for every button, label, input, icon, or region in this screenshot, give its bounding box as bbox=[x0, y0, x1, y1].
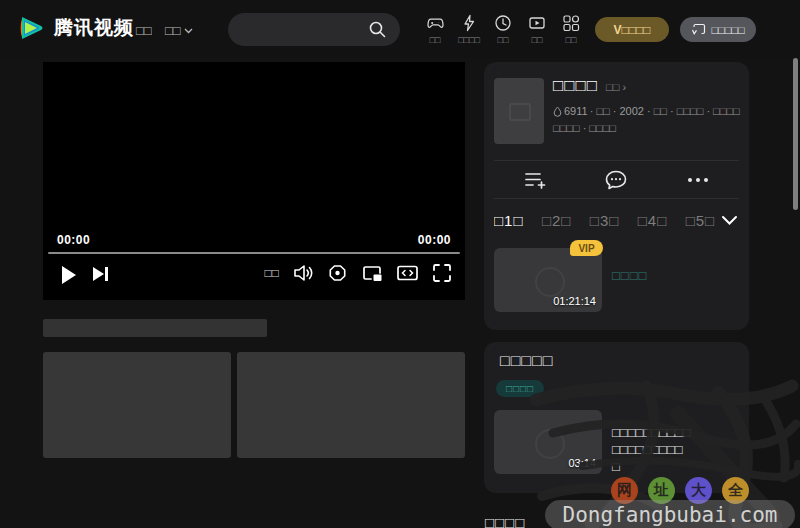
recommend-thumbnail[interactable]: 03:14 bbox=[494, 410, 602, 474]
video-title: □□□□ bbox=[553, 76, 598, 96]
top-header: 腾讯视频 □□ □□ bbox=[0, 0, 800, 58]
watermark-site-url: Dongfangbubai.com bbox=[545, 500, 795, 528]
vip-button-label: V□□□□ bbox=[614, 23, 651, 37]
video-poster[interactable] bbox=[494, 78, 544, 144]
switch-version-icon bbox=[691, 23, 706, 36]
history-clock-icon bbox=[485, 14, 521, 32]
search-input[interactable] bbox=[228, 13, 400, 46]
episode-tab-5[interactable]: □5□ bbox=[686, 212, 715, 229]
next-episode-button[interactable] bbox=[91, 264, 110, 284]
apps-grid-icon bbox=[553, 14, 589, 32]
quick-menu-activity-label: □□□□ bbox=[451, 35, 487, 45]
episode-tab-1[interactable]: □1□ bbox=[494, 212, 523, 229]
gamepad-icon bbox=[417, 14, 453, 32]
more-options-icon[interactable] bbox=[686, 177, 710, 183]
recommend-title-line1: □□□□□□□□□□ □□□□□□□□□ bbox=[612, 425, 691, 457]
vip-button[interactable]: V□□□□ bbox=[595, 17, 669, 42]
loading-skeleton-box-1 bbox=[43, 352, 231, 458]
episode-thumbnail[interactable]: VIP 01:21:14 bbox=[494, 248, 602, 312]
speed-menu-button[interactable]: □□ bbox=[265, 266, 280, 280]
recommend-duration: 03:14 bbox=[568, 457, 596, 469]
volume-icon[interactable] bbox=[292, 263, 314, 283]
add-to-list-icon[interactable] bbox=[523, 170, 547, 190]
current-time: 00:00 bbox=[57, 233, 90, 247]
episode-tab-4[interactable]: □4□ bbox=[638, 212, 667, 229]
play-button[interactable] bbox=[60, 264, 78, 286]
vip-badge: VIP bbox=[570, 240, 603, 256]
recommend-heading: □□□□□ bbox=[500, 352, 553, 370]
lightning-icon bbox=[451, 14, 487, 32]
brand-logo[interactable]: 腾讯视频 bbox=[16, 13, 134, 43]
picture-in-picture-icon[interactable] bbox=[361, 264, 383, 283]
episode-title[interactable]: □□□□ bbox=[612, 268, 647, 283]
nav-item-1[interactable]: □□ bbox=[136, 23, 152, 38]
next-section-heading: □□□□ bbox=[485, 514, 525, 528]
old-version-button[interactable]: □□□□□ bbox=[680, 17, 756, 42]
recommend-tag[interactable]: □□□□ bbox=[496, 380, 544, 397]
episode-tabs: □1□ □2□ □3□ □4□ □5□ □□ bbox=[494, 212, 722, 236]
recommend-title-line2: □ bbox=[612, 459, 620, 474]
divider bbox=[494, 198, 739, 199]
old-version-label: □□□□□ bbox=[711, 24, 744, 36]
search-icon[interactable] bbox=[368, 20, 387, 39]
loading-skeleton-box-2 bbox=[237, 352, 465, 458]
popularity-value: 6911 bbox=[564, 105, 588, 117]
detail-link[interactable]: □□ › bbox=[606, 81, 626, 93]
meta-text-2: □□□□ · □□□□ bbox=[553, 122, 616, 134]
quick-menu-activity[interactable]: □□□□ bbox=[451, 14, 487, 45]
quick-menu-client[interactable]: □□ bbox=[519, 14, 555, 45]
quick-menu-client-label: □□ bbox=[519, 35, 555, 45]
quick-menu-history[interactable]: □□ bbox=[485, 14, 521, 45]
chevron-down-icon bbox=[184, 28, 193, 34]
tencent-video-page: 腾讯视频 □□ □□ bbox=[0, 0, 800, 528]
fullscreen-icon[interactable] bbox=[432, 263, 452, 283]
client-player-icon bbox=[519, 14, 555, 32]
video-info-card: □□□□ □□ › 6911 · □□ · 2002 · □□ · □□□□ ·… bbox=[484, 62, 749, 330]
quick-menu-history-label: □□ bbox=[485, 35, 521, 45]
brand-title: 腾讯视频 bbox=[54, 15, 134, 41]
popularity-flame-icon bbox=[553, 106, 562, 117]
nav-item-2[interactable]: □□ bbox=[165, 23, 193, 38]
total-duration: 00:00 bbox=[418, 233, 451, 247]
web-fullscreen-icon[interactable] bbox=[396, 264, 419, 282]
nav-item-1-label: □□ bbox=[136, 23, 152, 38]
quick-menu-game[interactable]: □□ bbox=[417, 14, 453, 45]
nav-item-2-label: □□ bbox=[165, 23, 181, 38]
quick-menu-more-label: □□ bbox=[553, 35, 589, 45]
quick-menu-game-label: □□ bbox=[417, 35, 453, 45]
video-player[interactable]: 00:00 00:00 □□ bbox=[43, 62, 465, 300]
meta-text-1: · □□ · 2002 · □□ · □□□□ · □□□□ bbox=[590, 105, 740, 117]
expand-episodes-chevron-icon[interactable] bbox=[721, 215, 738, 226]
video-meta-line1: 6911 · □□ · 2002 · □□ · □□□□ · □□□□ bbox=[553, 105, 740, 117]
divider bbox=[494, 160, 739, 161]
page-scrollbar-thumb[interactable] bbox=[793, 58, 798, 210]
episode-tab-3[interactable]: □3□ bbox=[590, 212, 619, 229]
comments-icon[interactable] bbox=[604, 169, 628, 191]
episode-duration: 01:21:14 bbox=[553, 295, 596, 307]
settings-icon[interactable] bbox=[327, 263, 348, 283]
quick-menu-more[interactable]: □□ bbox=[553, 14, 589, 45]
loading-skeleton-bar bbox=[43, 319, 267, 337]
recommend-title[interactable]: □□□□□□□□□□ □□□□□□□□□ □ bbox=[612, 424, 732, 475]
tencent-video-play-icon bbox=[16, 13, 46, 43]
progress-bar[interactable] bbox=[48, 252, 460, 254]
recommend-card: □□□□□ □□□□ 03:14 □□□□□□□□□□ □□□□□□□□□ □ bbox=[484, 342, 749, 493]
episode-tab-2[interactable]: □2□ bbox=[542, 212, 571, 229]
